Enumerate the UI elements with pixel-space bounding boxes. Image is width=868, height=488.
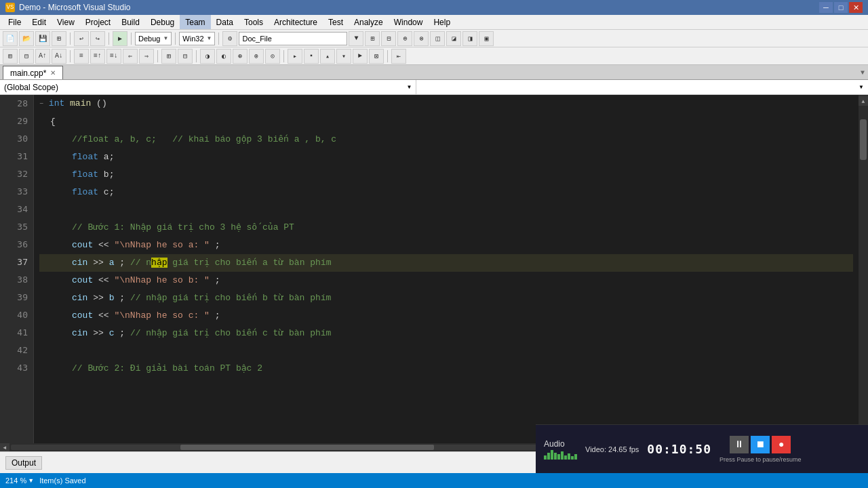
stop-button[interactable]: ⏹ xyxy=(751,436,770,453)
tab-main-cpp[interactable]: main.cpp* ✕ xyxy=(3,66,63,79)
record-button[interactable]: ● xyxy=(772,436,791,453)
tb-new[interactable]: 📄 xyxy=(3,31,18,46)
collapse-icon[interactable]: − xyxy=(39,100,43,108)
menu-bar: File Edit View Project Build Debug Team … xyxy=(0,15,868,30)
menu-edit[interactable]: Edit xyxy=(26,15,52,29)
platform-dropdown[interactable]: Win32 ▼ xyxy=(179,32,215,45)
tb-start[interactable]: ▶ xyxy=(113,31,127,46)
tb2-7[interactable]: ≡↓ xyxy=(106,49,121,64)
audio-bar-1 xyxy=(544,455,547,460)
tb-misc6[interactable]: ⊗ xyxy=(414,31,429,46)
menu-architecture[interactable]: Architecture xyxy=(269,15,323,29)
code-lines[interactable]: − int main () { //float a, b, c; // khai… xyxy=(34,95,859,443)
line-num-39: 39 xyxy=(5,289,28,306)
tb2-19[interactable]: ▴ xyxy=(320,49,335,64)
tb2-16[interactable]: ⊙ xyxy=(265,49,280,64)
member-arrow-icon: ▼ xyxy=(859,84,864,90)
menu-file[interactable]: File xyxy=(3,15,26,29)
tb2-18[interactable]: ▪ xyxy=(304,49,319,64)
tb2-1[interactable]: ⊞ xyxy=(3,49,18,64)
line-num-33: 33 xyxy=(5,183,28,201)
scroll-left-arrow[interactable]: ◄ xyxy=(0,443,9,451)
tb2-13[interactable]: ◐ xyxy=(216,49,231,64)
menu-tools[interactable]: Tools xyxy=(239,15,269,29)
doc-file-input[interactable]: Doc_File xyxy=(239,32,347,45)
tb-misc3[interactable]: ⊞ xyxy=(365,31,380,46)
tb2-15[interactable]: ⊚ xyxy=(249,49,264,64)
tb-save[interactable]: 💾 xyxy=(35,31,50,46)
scroll-up-arrow[interactable]: ▲ xyxy=(859,96,868,106)
tb2-6[interactable]: ≡↑ xyxy=(90,49,105,64)
maximize-button[interactable]: □ xyxy=(834,2,848,13)
h-scroll-thumb xyxy=(180,445,434,450)
tb2-11[interactable]: ⊟ xyxy=(178,49,193,64)
tab-scroll-right[interactable]: ▼ xyxy=(857,66,868,79)
tb2-12[interactable]: ◑ xyxy=(200,49,215,64)
tb2-sep1 xyxy=(70,50,71,62)
tb2-2[interactable]: ⊟ xyxy=(19,49,34,64)
audio-bars xyxy=(544,450,577,460)
tb-misc1[interactable]: ⚙ xyxy=(222,31,237,46)
tb2-5[interactable]: ≡ xyxy=(74,49,89,64)
tb-misc8[interactable]: ◪ xyxy=(446,31,461,46)
tb2-22[interactable]: ⊠ xyxy=(369,49,384,64)
line-num-36: 36 xyxy=(5,236,28,253)
tb2-23[interactable]: ⇤ xyxy=(391,49,406,64)
tb-misc10[interactable]: ▣ xyxy=(479,31,494,46)
tb-misc4[interactable]: ⊟ xyxy=(381,31,396,46)
menu-team[interactable]: Team xyxy=(180,15,210,29)
tb-undo[interactable]: ↩ xyxy=(74,31,89,46)
tb2-sep4 xyxy=(283,50,284,62)
audio-bar-8 xyxy=(568,453,570,460)
menu-build[interactable]: Build xyxy=(116,15,145,29)
minimize-button[interactable]: ─ xyxy=(819,2,833,13)
menu-view[interactable]: View xyxy=(52,15,80,29)
tb-saveall[interactable]: ⊞ xyxy=(52,31,66,46)
scope-bar: (Global Scope) ▼ ▼ xyxy=(0,80,868,95)
tb-misc7[interactable]: ◫ xyxy=(430,31,445,46)
member-selector[interactable]: ▼ xyxy=(416,80,868,94)
audio-bar-5 xyxy=(557,454,560,460)
tb-open[interactable]: 📂 xyxy=(19,31,34,46)
tb-misc2[interactable]: ▼ xyxy=(349,31,363,46)
tb-misc9[interactable]: ◨ xyxy=(462,31,477,46)
menu-analyze[interactable]: Analyze xyxy=(349,15,389,29)
scope-selector[interactable]: (Global Scope) ▼ xyxy=(0,80,416,94)
tb2-14[interactable]: ⊛ xyxy=(233,49,248,64)
close-button[interactable]: ✕ xyxy=(849,2,863,13)
debug-config-dropdown[interactable]: Debug ▼ xyxy=(135,32,172,45)
toolbar-row-1: 📄 📂 💾 ⊞ ↩ ↪ ▶ Debug ▼ Win32 ▼ ⚙ Doc_File… xyxy=(0,30,868,47)
line-num-40: 40 xyxy=(5,306,28,324)
audio-bar-3 xyxy=(551,450,553,460)
scroll-thumb[interactable] xyxy=(860,119,867,160)
menu-window[interactable]: Window xyxy=(389,15,429,29)
code-line-36: cout << "\nNhap he so a: " ; xyxy=(39,237,853,254)
tb2-8[interactable]: ⇐ xyxy=(123,49,138,64)
menu-help[interactable]: Help xyxy=(428,15,456,29)
scope-arrow-icon: ▼ xyxy=(406,84,412,90)
line-num-37: 37 xyxy=(5,253,28,271)
video-fps-info: Video: 24.65 fps xyxy=(585,445,639,453)
tb-sep1 xyxy=(70,33,71,45)
pause-button[interactable]: ⏸ xyxy=(730,436,749,453)
tb2-4[interactable]: A↓ xyxy=(52,49,66,64)
output-tab[interactable]: Output xyxy=(5,456,42,470)
tb2-20[interactable]: ▾ xyxy=(336,49,351,64)
menu-test[interactable]: Test xyxy=(323,15,349,29)
tb-misc5[interactable]: ⊕ xyxy=(397,31,412,46)
tab-close-icon[interactable]: ✕ xyxy=(50,69,56,77)
tb2-9[interactable]: ⇒ xyxy=(139,49,154,64)
code-line-34 xyxy=(39,201,853,219)
menu-data[interactable]: Data xyxy=(211,15,239,29)
tb2-3[interactable]: A↑ xyxy=(35,49,50,64)
vertical-scrollbar[interactable]: ▲ ▼ xyxy=(859,95,868,443)
tb2-21[interactable]: ► xyxy=(353,49,368,64)
menu-debug[interactable]: Debug xyxy=(145,15,180,29)
line-num-32: 32 xyxy=(5,165,28,183)
tb-redo[interactable]: ↪ xyxy=(90,31,105,46)
menu-project[interactable]: Project xyxy=(80,15,116,29)
code-editor[interactable]: 28 29 30 31 32 33 34 35 36 37 38 39 40 4… xyxy=(0,95,868,451)
tb2-10[interactable]: ⊞ xyxy=(161,49,176,64)
tb2-17[interactable]: ▸ xyxy=(288,49,302,64)
code-line-31: float a; xyxy=(39,148,853,166)
